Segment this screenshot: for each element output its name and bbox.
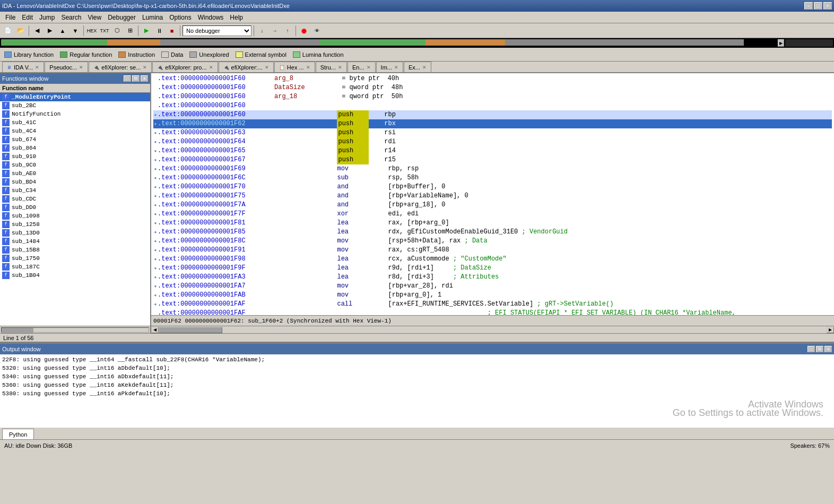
fn-float-btn[interactable]: ⧉ — [132, 75, 140, 82]
tab-en[interactable]: En... ✕ — [348, 62, 376, 72]
tab-stru[interactable]: Stru... ✕ — [316, 62, 347, 72]
hscroll-track[interactable] — [159, 327, 827, 333]
fn-item-subdd0[interactable]: f sub_DD0 — [0, 203, 150, 212]
fn-item-sub187c[interactable]: f sub_187C — [0, 263, 150, 271]
asm-line-call-setvariable[interactable]: ● .text:00000000000001FAF call [rax+EFI_… — [153, 300, 832, 309]
menu-windows[interactable]: Windows — [195, 13, 227, 22]
tb-text[interactable]: TXT — [99, 25, 110, 37]
fn-item-sub2bc[interactable]: f sub_2BC — [0, 101, 150, 110]
tb-proximity[interactable]: ⊞ — [124, 25, 136, 37]
fn-item-sub674[interactable]: f sub_674 — [0, 135, 150, 144]
asm-line-and-arg18[interactable]: ● .text:00000000000001F7A and [rbp+arg_1… — [153, 201, 832, 210]
fn-item-sub864[interactable]: f sub_864 — [0, 144, 150, 152]
tab-ex[interactable]: Ex... ✕ — [404, 62, 431, 72]
fn-item-moduleentrypoint[interactable]: f _ModuleEntryPoint — [0, 93, 150, 101]
tb-run[interactable]: ▶ — [141, 25, 152, 37]
tb-graph[interactable]: ⬡ — [111, 25, 123, 37]
tb-down[interactable]: ▼ — [70, 25, 81, 37]
menu-view[interactable]: View — [84, 13, 105, 22]
menu-file[interactable]: File — [2, 13, 19, 22]
menu-help[interactable]: Help — [227, 13, 246, 22]
asm-line-push-r15[interactable]: ● .text:00000000000001F67 push r15 — [153, 155, 832, 164]
asm-line-lea-rdx[interactable]: ● .text:00000000000001F85 lea rdx, gEfiC… — [153, 228, 832, 237]
menu-debugger[interactable]: Debugger — [105, 13, 139, 22]
asm-line-lea-rcx[interactable]: ● .text:00000000000001F98 lea rcx, aCust… — [153, 255, 832, 264]
tab-close-hex[interactable]: ✕ — [306, 65, 310, 70]
fn-item-sub41c[interactable]: f sub_41C — [0, 118, 150, 127]
tab-close-efix1[interactable]: ✕ — [143, 65, 147, 70]
output-float-btn[interactable]: ⧉ — [816, 346, 823, 352]
fn-close-btn[interactable]: ✕ — [141, 75, 148, 82]
tab-close-pseudoc[interactable]: ✕ — [79, 65, 83, 70]
tab-efix1[interactable]: 🔌 efiXplorer: se... ✕ — [89, 62, 152, 72]
close-button[interactable]: × — [823, 2, 832, 10]
output-restore-btn[interactable]: □ — [807, 346, 815, 352]
fn-item-sub1258[interactable]: f sub_1258 — [0, 220, 150, 229]
hscroll-left-btn[interactable]: ◀ — [151, 327, 159, 333]
output-close-btn[interactable]: ✕ — [824, 346, 832, 352]
fn-item-sub1484[interactable]: f sub_1484 — [0, 237, 150, 246]
asm-line-mov-arg0-1[interactable]: ● .text:00000000000001FAB mov [rbp+arg_0… — [153, 291, 832, 300]
tab-efix2[interactable]: 🔌 efiXplorer: pro... ✕ — [152, 62, 218, 72]
fn-item-sub910[interactable]: f sub_910 — [0, 152, 150, 161]
fn-item-sub15b8[interactable]: f sub_15B8 — [0, 246, 150, 254]
asm-line-and-buffer[interactable]: ● .text:00000000000001F70 and [rbp+Buffe… — [153, 183, 832, 192]
tb-watch[interactable]: 👁 — [311, 25, 323, 37]
tab-close-im[interactable]: ✕ — [394, 65, 398, 70]
tab-im[interactable]: Im... ✕ — [376, 62, 403, 72]
tab-efix3[interactable]: 🔌 efiXplorer:... ✕ — [219, 62, 274, 72]
fn-item-sub1b04[interactable]: f sub_1B04 — [0, 271, 150, 280]
tb-step-out[interactable]: ↑ — [282, 25, 293, 37]
tb-new[interactable]: 📄 — [2, 25, 14, 37]
fn-list[interactable]: f _ModuleEntryPoint f sub_2BC f NotifyFu… — [0, 93, 150, 326]
disasm-content[interactable]: .text:00000000000001F60 arg_8 = byte ptr… — [151, 73, 834, 315]
asm-line-push-r14[interactable]: ● .text:00000000000001F65 push r14 — [153, 146, 832, 155]
tab-close-stru[interactable]: ✕ — [338, 65, 342, 70]
fn-item-notifyfunction[interactable]: f NotifyFunction — [0, 110, 150, 118]
fn-restore-btn[interactable]: □ — [124, 75, 131, 82]
menu-edit[interactable]: Edit — [19, 13, 36, 22]
menu-search[interactable]: Search — [58, 13, 84, 22]
tb-bp[interactable]: ⬤ — [298, 25, 310, 37]
tab-close-efix2[interactable]: ✕ — [209, 65, 213, 70]
tb-forward[interactable]: ▶ — [44, 25, 56, 37]
tb-stop[interactable]: ■ — [166, 25, 178, 37]
tab-pseudoc[interactable]: Pseudoc... ✕ — [45, 62, 88, 72]
asm-line-xor[interactable]: ● .text:00000000000001F7F xor edi, edi — [153, 210, 832, 219]
tb-hex[interactable]: HEX — [86, 25, 98, 37]
asm-line-push-rsi[interactable]: ● .text:00000000000001F63 push rsi — [153, 128, 832, 137]
hscroll-right-btn[interactable]: ▶ — [827, 327, 834, 333]
tb-back[interactable]: ◀ — [31, 25, 43, 37]
fn-item-subc34[interactable]: f sub_C34 — [0, 186, 150, 195]
tab-close-efix3[interactable]: ✕ — [265, 65, 269, 70]
output-content[interactable]: 22F8: using guessed type __int64 __fastc… — [0, 354, 834, 428]
hscroll-thumb[interactable] — [159, 327, 222, 333]
fn-item-sub1750[interactable]: f sub_1750 — [0, 254, 150, 263]
asm-line-mov-rbp-rsp[interactable]: ● .text:00000000000001F69 mov rbp, rsp — [153, 164, 832, 173]
asm-line-lea-r9d[interactable]: ● .text:00000000000001F9F lea r9d, [rdi+… — [153, 264, 832, 273]
asm-line-push-rdi[interactable]: ● .text:00000000000001F64 push rdi — [153, 137, 832, 146]
tb-step-over[interactable]: → — [269, 25, 281, 37]
fn-item-subbd4[interactable]: f sub_BD4 — [0, 178, 150, 186]
fn-item-subae0[interactable]: f sub_AE0 — [0, 169, 150, 178]
asm-line-and-varname[interactable]: ● .text:00000000000001F75 and [rbp+Varia… — [153, 192, 832, 201]
fn-item-subcdc[interactable]: f sub_CDC — [0, 195, 150, 203]
debugger-select[interactable]: No debugger — [183, 25, 251, 36]
tab-idav[interactable]: 🖥 IDA V... ✕ — [2, 62, 44, 72]
fn-item-sub13d0[interactable]: f sub_13D0 — [0, 229, 150, 237]
tb-step-into[interactable]: ↓ — [256, 25, 268, 37]
asm-line-push-rbx[interactable]: ● .text:00000000000001F62 push rbx — [153, 119, 832, 128]
asm-line-mov-rsp-data[interactable]: ● .text:00000000000001F8C mov [rsp+58h+D… — [153, 237, 832, 246]
tb-pause[interactable]: ⏸ — [153, 25, 165, 37]
asm-line-mov-var28[interactable]: ● .text:00000000000001FA7 mov [rbp+var_2… — [153, 282, 832, 291]
tb-open[interactable]: 📂 — [15, 25, 27, 37]
fn-item-sub1098[interactable]: f sub_1098 — [0, 212, 150, 220]
asm-line-sub-rsp[interactable]: ● .text:00000000000001F6C sub rsp, 58h — [153, 173, 832, 183]
menu-jump[interactable]: Jump — [36, 13, 58, 22]
tab-hex[interactable]: 📋 Hex ... ✕ — [274, 62, 315, 72]
maximize-button[interactable]: □ — [814, 2, 822, 10]
menu-lumina[interactable]: Lumina — [139, 13, 166, 22]
tab-close-ex[interactable]: ✕ — [422, 65, 427, 70]
tb-up[interactable]: ▲ — [57, 25, 68, 37]
asm-line-lea-r8d[interactable]: ● .text:00000000000001FA3 lea r8d, [rdi+… — [153, 273, 832, 282]
